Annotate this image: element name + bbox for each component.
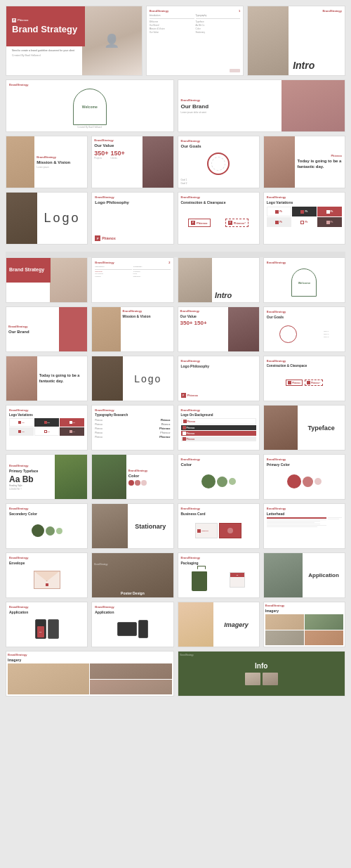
color1-title: Color: [128, 474, 171, 478]
val-label: BrandStrategy: [94, 138, 114, 142]
ib-title: Imagery: [8, 658, 172, 662]
our-brand-accent: [282, 80, 345, 131]
table-index-slide2: BrandStrategy2 Introduction Welcome Our …: [91, 257, 173, 303]
ob2-label: BrandStrategy: [8, 325, 28, 328]
poster-design-slide: Poster Design BrandStrategy: [91, 552, 173, 598]
sc-circle3: [56, 528, 62, 534]
table-item4: Our Value: [150, 31, 194, 34]
logo-var-title: Logo Variations: [267, 200, 342, 205]
s2-row-5: BrandStrategy Primary Typeface Aa Bb Hea…: [6, 454, 345, 500]
fantastic-day-slide2: Today is going to be a fantastic day.: [6, 356, 88, 401]
val-photo: [143, 136, 173, 188]
ig-cell3: [265, 630, 304, 646]
letterhead-slide: BrandStrategy Letterhead: [263, 503, 345, 549]
val2-num2: 150+: [194, 320, 207, 326]
our-brand-text: Lorem ipsum dolor sit amet: [181, 111, 279, 114]
logo-photo: [6, 193, 37, 244]
our-value-slide: BrandStrategy Our Value 350+ Projects 15…: [91, 136, 173, 188]
tr-font-label2: Phienox: [95, 423, 102, 426]
value-num-2: 150+: [111, 150, 125, 157]
lob-logo-dark: Phienox: [187, 427, 195, 429]
pc-circle3: [314, 478, 322, 485]
bc-card-front: Phienox: [195, 523, 218, 538]
brand-label: BrandStrategy: [181, 98, 201, 102]
info-label: BrandStrategy: [180, 654, 194, 656]
s2-row-8: BrandStrategy Application Ph BrandStrate…: [6, 602, 345, 647]
tr-font-label5: Phienox: [95, 436, 102, 439]
lh-line4: [267, 524, 321, 524]
ig-label: BrandStrategy: [265, 604, 285, 607]
lv2-item4: Ph: [9, 427, 34, 436]
lv2-label: BrandStrategy: [9, 408, 29, 412]
bc-label: BrandStrategy: [181, 507, 201, 510]
ib-photo2: [90, 663, 171, 679]
goals-circle: [207, 153, 230, 175]
imagery-photo: [178, 602, 214, 647]
info-title: Info: [255, 662, 267, 670]
var-red: Ph: [317, 207, 342, 216]
lh-title: Letterhead: [267, 512, 342, 516]
s2-row-1: Brand Strategy BrandStrategy2 Introducti…: [6, 257, 345, 303]
pt-heading: Heading Style: [9, 484, 52, 487]
poster-label: BrandStrategy: [94, 563, 107, 566]
goals2-item1: Goal 1: [324, 330, 329, 332]
cs1-dot1: [128, 480, 134, 486]
logo-word: Logo: [44, 211, 80, 226]
welcome-slide: BrandStrategy Welcome Created By Bazil H…: [6, 79, 174, 132]
bs-small-slide: Brand Strategy: [6, 257, 88, 303]
s2-row-4: BrandStrategy Logo Variations Ph Ph Ph P…: [6, 405, 345, 451]
row-3: BrandStrategy Mission & Vision Lorem ips…: [6, 136, 345, 188]
welcome2-arch: Welcome: [291, 268, 317, 297]
bc-logo: Phienox: [201, 530, 208, 532]
section-2: Brand Strategy BrandStrategy2 Introducti…: [6, 257, 345, 697]
intro-title: Intro: [293, 60, 340, 71]
welcome-subtext: Created By Bazil Hallward: [9, 126, 171, 129]
ig-cell4: [305, 630, 343, 646]
tr-font-label: Phienox: [95, 419, 102, 422]
phone-1: Ph: [35, 619, 46, 639]
goals2-label: BrandStrategy: [267, 310, 286, 313]
typeface-slide: Typeface: [263, 405, 345, 451]
hero-subtitle: Need to create a brand guideline documen…: [12, 49, 79, 53]
info-photo2: [263, 673, 278, 685]
table-item3: Mission & Vision: [150, 27, 194, 30]
val2-title: Our Value: [180, 314, 226, 318]
envelope-shape: [34, 571, 60, 589]
goals2-circle: [279, 325, 297, 343]
pt-photo: [55, 455, 87, 499]
pt-label: BrandStrategy: [9, 464, 29, 467]
imagery-grid-slide: BrandStrategy Imagery: [263, 602, 345, 647]
color1-photo: [92, 455, 126, 499]
secondary-color-slide: BrandStrategy Secondery Color: [6, 503, 88, 549]
wel2-label: BrandStrategy: [267, 261, 286, 264]
envelope-logo: [46, 583, 48, 586]
ap-label: BrandStrategy: [9, 605, 29, 609]
lob-logo-white: Phienox: [187, 420, 196, 423]
logo-var-slide2: BrandStrategy Logo Variations Ph Ph Ph P…: [6, 405, 88, 451]
c2-circle2: [217, 477, 227, 487]
c2-label: BrandStrategy: [181, 458, 201, 461]
value-label-2: Clients: [111, 157, 125, 160]
intro2-title: Intro: [215, 291, 232, 299]
intro-slide: BrandStrategy Intro: [247, 6, 345, 76]
lv2-item5: Ph: [34, 427, 59, 436]
phone1-logo: Ph: [39, 631, 41, 633]
ob2-accent: [59, 307, 87, 351]
application-title: Application: [308, 572, 339, 578]
s2-row-7: BrandStrategy Envelope Poster Design: [6, 552, 345, 598]
our-brand-title: Our Brand: [181, 103, 279, 110]
pt-title: Primary Typeface: [9, 469, 52, 473]
var-maroon: Ph: [317, 217, 342, 227]
table-item6: Aa Bb Cc: [196, 24, 241, 27]
lh-line-red: [267, 517, 326, 519]
table-col2: Typography: [196, 14, 241, 17]
fantastic-text: Today is going to be a fantastic day.: [298, 159, 342, 170]
color-slide-2: BrandStrategy Color: [178, 454, 260, 500]
lp2-logo: Phienox: [187, 394, 199, 397]
cs1-dot3: [141, 480, 147, 486]
s2-row-6: BrandStrategy Secondery Color Stationary: [6, 503, 345, 549]
mv2-label: BrandStrategy: [123, 309, 143, 313]
s2-row-9: BrandStrategy Imagery BrandStrategy Info: [6, 651, 345, 697]
lh-line6: [267, 526, 317, 527]
phil-logo: Phienox: [102, 236, 115, 240]
